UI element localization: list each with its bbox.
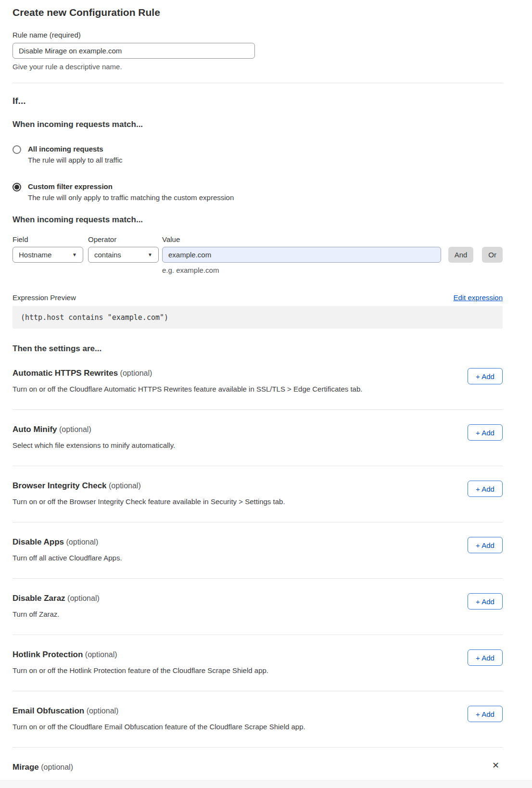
setting-section-disable-zaraz: Disable Zaraz (optional) Turn off Zaraz.… (13, 579, 503, 635)
expression-builder-row: Hostname ▼ contains ▼ And Or (13, 247, 503, 263)
optional-label: (optional) (109, 482, 141, 490)
value-label: Value (162, 235, 503, 243)
operator-label: Operator (88, 235, 162, 243)
match-heading: When incoming requests match... (13, 120, 503, 129)
builder-column-labels: Field Operator Value (13, 235, 503, 243)
edit-expression-link[interactable]: Edit expression (453, 293, 503, 302)
optional-label: (optional) (59, 425, 91, 433)
radio-option-all-requests[interactable]: All incoming requests The rule will appl… (13, 145, 503, 164)
value-helper: e.g. example.com (13, 266, 503, 274)
setting-title: Automatic HTTPS Rewrites (13, 369, 118, 378)
radio-description: The rule will apply to all traffic (28, 156, 122, 164)
chevron-down-icon: ▼ (148, 252, 152, 257)
add-button[interactable]: + Add (468, 593, 503, 610)
field-select[interactable]: Hostname ▼ (13, 247, 83, 263)
optional-label: (optional) (85, 650, 117, 659)
optional-label: (optional) (66, 538, 99, 546)
add-button[interactable]: + Add (468, 706, 503, 722)
setting-section-disable-apps: Disable Apps (optional) Turn off all act… (13, 522, 503, 579)
or-button[interactable]: Or (482, 247, 503, 263)
and-button[interactable]: And (448, 247, 474, 263)
radio-label: All incoming requests (28, 145, 122, 153)
setting-section-hotlink-protection: Hotlink Protection (optional) Turn on or… (13, 635, 503, 691)
setting-title: Disable Zaraz (13, 594, 65, 603)
setting-title: Mirage (13, 763, 39, 772)
setting-title: Email Obfuscation (13, 706, 84, 715)
setting-description: Turn on or off the Browser Integrity Che… (13, 497, 503, 506)
footer-strip (0, 780, 532, 788)
setting-description: Turn on or off the Cloudflare Email Obfu… (13, 723, 503, 731)
create-configuration-rule-form: Create new Configuration Rule Rule name … (0, 0, 532, 788)
then-settings-heading: Then the settings are... (13, 344, 503, 354)
setting-title: Hotlink Protection (13, 650, 83, 659)
optional-label: (optional) (87, 707, 119, 715)
add-button[interactable]: + Add (468, 481, 503, 497)
builder-heading: When incoming requests match... (13, 215, 503, 225)
chevron-down-icon: ▼ (72, 252, 77, 257)
setting-title: Auto Minify (13, 425, 57, 434)
page-title: Create new Configuration Rule (13, 7, 503, 18)
optional-label: (optional) (41, 763, 73, 771)
setting-section-email-obfuscation: Email Obfuscation (optional) Turn on or … (13, 691, 503, 748)
field-label: Field (13, 235, 88, 243)
setting-section-browser-integrity-check: Browser Integrity Check (optional) Turn … (13, 466, 503, 522)
setting-description: Turn off all active Cloudflare Apps. (13, 554, 503, 562)
rule-name-helper: Give your rule a descriptive name. (13, 63, 503, 71)
radio-option-custom-expression[interactable]: Custom filter expression The rule will o… (13, 182, 503, 202)
setting-section-auto-minify: Auto Minify (optional) Select which file… (13, 410, 503, 466)
setting-description: Turn on or off the Cloudflare Automatic … (13, 385, 503, 393)
field-select-value: Hostname (19, 251, 51, 259)
expression-preview-code: (http.host contains "example.com") (13, 306, 503, 329)
add-button[interactable]: + Add (468, 649, 503, 666)
close-icon[interactable]: ✕ (492, 761, 499, 770)
divider (13, 83, 503, 83)
radio-description: The rule will only apply to traffic matc… (28, 193, 234, 202)
setting-title: Browser Integrity Check (13, 481, 107, 490)
setting-title: Disable Apps (13, 537, 64, 547)
optional-label: (optional) (120, 369, 152, 377)
operator-select[interactable]: contains ▼ (88, 247, 159, 263)
radio-label: Custom filter expression (28, 182, 234, 191)
rule-name-label: Rule name (required) (13, 31, 503, 39)
add-button[interactable]: + Add (468, 368, 503, 384)
value-input[interactable] (162, 247, 441, 263)
setting-description: Select which file extensions to minify a… (13, 441, 503, 449)
add-button[interactable]: + Add (468, 424, 503, 441)
add-button[interactable]: + Add (468, 537, 503, 553)
optional-label: (optional) (67, 594, 100, 602)
expression-preview-label: Expression Preview (13, 293, 76, 302)
if-heading: If... (13, 96, 503, 106)
radio-button-selected[interactable] (13, 183, 21, 191)
rule-name-input[interactable] (13, 43, 255, 59)
setting-description: Turn on or off the Hotlink Protection fe… (13, 666, 503, 674)
setting-section-automatic-https-rewrites: Automatic HTTPS Rewrites (optional) Turn… (13, 354, 503, 410)
operator-select-value: contains (94, 251, 121, 259)
radio-button[interactable] (13, 145, 21, 154)
setting-description: Turn off Zaraz. (13, 610, 503, 618)
